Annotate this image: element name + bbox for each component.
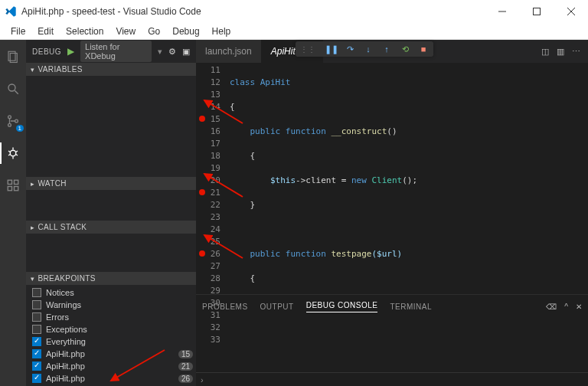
checkbox-icon[interactable] (32, 288, 41, 297)
drag-grip-icon[interactable]: ⋮⋮ (300, 45, 315, 54)
breakpoint-label: Notices (46, 288, 74, 297)
panel-bottom: PROBLEMS OUTPUT DEBUG CONSOLE TERMINAL ⌫… (196, 294, 588, 386)
layout-icon[interactable]: ▥ (557, 47, 564, 57)
close-panel-icon[interactable]: ✕ (576, 303, 582, 311)
title-bar: ApiHit.php - speed-test - Visual Studio … (0, 0, 588, 23)
menu-bar: File Edit Selection View Go Debug Help (0, 23, 588, 40)
scm-badge: 1 (16, 125, 24, 132)
breakpoint-label: ApiHit.php (46, 374, 85, 383)
start-debug-icon[interactable]: ▶ (67, 46, 74, 57)
menu-debug[interactable]: Debug (166, 25, 205, 38)
breakpoint-item[interactable]: Warnings (29, 299, 196, 311)
section-watch[interactable]: Watch (26, 177, 196, 190)
breakpoints-list: NoticesWarningsErrorsExceptionsEverythin… (26, 285, 196, 386)
breakpoint-item[interactable]: Notices (29, 286, 196, 299)
checkbox-icon[interactable] (32, 325, 41, 334)
more-actions-icon[interactable]: ⋯ (572, 47, 580, 57)
step-out-icon[interactable]: ↑ (381, 44, 392, 54)
breakpoint-item[interactable]: Errors (29, 311, 196, 323)
svg-line-16 (16, 155, 18, 156)
debug-toolbar[interactable]: ⋮⋮ ❚❚ ↷ ↓ ↑ ⟲ ■ (296, 41, 433, 57)
checkbox-icon[interactable] (32, 349, 41, 358)
svg-point-8 (8, 116, 11, 119)
section-call-stack[interactable]: Call Stack (26, 221, 196, 234)
pause-icon[interactable]: ❚❚ (326, 44, 337, 54)
minimize-button[interactable] (485, 0, 519, 23)
menu-view[interactable]: View (109, 25, 142, 38)
svg-rect-1 (533, 8, 540, 15)
step-into-icon[interactable]: ↓ (363, 44, 374, 54)
debug-settings-icon[interactable]: ⚙ (168, 47, 176, 57)
breakpoint-item[interactable]: ApiHit.php21 (29, 360, 196, 372)
checkbox-icon[interactable] (32, 312, 41, 322)
checkbox-icon[interactable] (32, 337, 41, 346)
svg-rect-21 (15, 180, 18, 184)
breakpoint-dot[interactable] (199, 189, 205, 195)
breakpoint-item[interactable]: ApiHit.php26 (29, 372, 196, 384)
svg-line-13 (8, 151, 10, 152)
menu-help[interactable]: Help (206, 25, 237, 38)
menu-edit[interactable]: Edit (31, 25, 60, 38)
checkbox-icon[interactable] (32, 374, 41, 383)
section-variables[interactable]: Variables (26, 63, 196, 76)
debug-icon[interactable] (4, 144, 22, 162)
line-number-gutter[interactable]: 1112131415161718192021222324252627282930… (196, 63, 230, 294)
svg-point-9 (8, 123, 11, 126)
maximize-button[interactable] (519, 0, 554, 23)
explorer-icon[interactable] (4, 47, 22, 66)
breakpoint-line-badge: 26 (178, 375, 193, 383)
debug-label: DEBUG (32, 47, 61, 56)
debug-console-toggle-icon[interactable]: ▣ (182, 47, 190, 57)
clear-console-icon[interactable]: ⌫ (546, 303, 557, 311)
breakpoint-item[interactable]: ApiHit.php15 (29, 348, 196, 360)
checkbox-icon[interactable] (32, 361, 41, 371)
maximize-panel-icon[interactable]: ^ (564, 303, 568, 311)
checkbox-icon[interactable] (32, 300, 41, 309)
stop-icon[interactable]: ■ (418, 44, 429, 54)
breakpoint-line-badge: 21 (178, 362, 193, 371)
debug-console-input[interactable]: › (196, 372, 588, 386)
svg-line-7 (15, 90, 18, 94)
svg-point-6 (8, 84, 15, 91)
svg-line-15 (8, 155, 10, 156)
breakpoint-label: Exceptions (46, 325, 87, 334)
breakpoint-label: Warnings (46, 300, 81, 309)
window-title: ApiHit.php - speed-test - Visual Studio … (21, 6, 485, 17)
panel-tab-output[interactable]: OUTPUT (260, 303, 294, 311)
debug-config-select[interactable]: Listen for XDebug (80, 41, 152, 62)
debug-configuration-bar: DEBUG ▶ Listen for XDebug ▾ ⚙ ▣ (26, 40, 196, 63)
menu-file[interactable]: File (5, 25, 31, 38)
section-breakpoints[interactable]: Breakpoints (26, 272, 196, 285)
breakpoint-dot[interactable] (199, 250, 205, 257)
restart-icon[interactable]: ⟲ (400, 44, 410, 54)
panel-tab-debug-console[interactable]: DEBUG CONSOLE (306, 301, 378, 312)
svg-rect-20 (15, 187, 18, 191)
breakpoint-label: Errors (46, 312, 69, 322)
search-icon[interactable] (4, 80, 22, 98)
editor-area: launch.json ApiHit.php ⋮⋮ ❚❚ ↷ ↓ ↑ ⟲ ■ ◫… (196, 40, 588, 386)
split-editor-icon[interactable]: ◫ (541, 47, 549, 57)
svg-rect-18 (8, 180, 11, 184)
activity-bar: 1 (0, 40, 26, 386)
breakpoint-item[interactable]: Exceptions (29, 323, 196, 335)
scm-icon[interactable]: 1 (4, 112, 22, 130)
svg-point-10 (15, 119, 18, 123)
debug-side-panel: DEBUG ▶ Listen for XDebug ▾ ⚙ ▣ Variable… (26, 40, 196, 386)
vscode-logo-icon (5, 5, 17, 18)
panel-tabs: PROBLEMS OUTPUT DEBUG CONSOLE TERMINAL ⌫… (196, 295, 588, 318)
svg-line-14 (16, 151, 18, 152)
tab-launch-json[interactable]: launch.json (196, 40, 262, 63)
menu-selection[interactable]: Selection (60, 25, 109, 38)
menu-go[interactable]: Go (142, 25, 166, 38)
breakpoint-label: Everything (46, 337, 86, 346)
editor-tab-row: launch.json ApiHit.php ⋮⋮ ❚❚ ↷ ↓ ↑ ⟲ ■ ◫… (196, 40, 588, 63)
panel-tab-terminal[interactable]: TERMINAL (390, 303, 432, 311)
close-button[interactable] (554, 0, 588, 23)
code-editor[interactable]: class ApiHit { public function __constru… (230, 63, 588, 294)
step-over-icon[interactable]: ↷ (345, 44, 355, 54)
breakpoint-item[interactable]: Everything (29, 335, 196, 348)
breakpoint-line-badge: 15 (178, 350, 193, 358)
breakpoint-label: ApiHit.php (46, 349, 85, 358)
extensions-icon[interactable] (4, 176, 22, 195)
breakpoint-dot[interactable] (199, 116, 205, 122)
